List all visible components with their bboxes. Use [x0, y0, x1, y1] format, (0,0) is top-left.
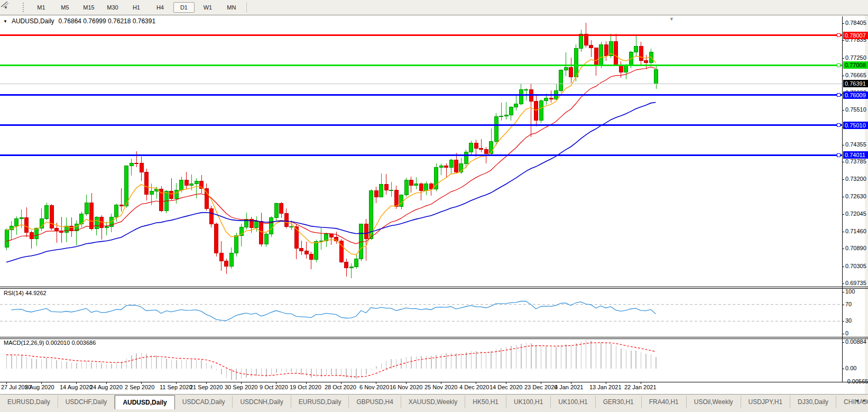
date-label: 11 Sep 2020 [160, 384, 192, 390]
panel-separator[interactable] [0, 338, 868, 339]
tab-scroll-buttons: ◄ ► [855, 398, 866, 403]
price-tick [842, 249, 844, 249]
tab-scroll-left-icon[interactable]: ◄ [855, 398, 859, 403]
chart-tab-dj30-daily[interactable]: DJ30,Daily [790, 396, 836, 408]
panel-separator[interactable] [0, 337, 868, 337]
macd-indicator-label: MACD(12,26,9) 0.002010 0.003686 [4, 340, 96, 346]
chart-tab-eurusd-daily[interactable]: EURUSD,Daily [291, 396, 349, 408]
timeframe-button-w1[interactable]: W1 [197, 2, 218, 13]
drawing-tool-button[interactable]: ▼ [2, 5, 8, 10]
macd-tick-label: -0.005651 [845, 378, 868, 384]
rsi-tick [842, 305, 844, 305]
price-tick [842, 58, 844, 59]
date-label: 14 Aug 2020 [60, 384, 93, 390]
hline-handle[interactable] [837, 123, 841, 127]
macd-tick [842, 369, 844, 369]
price-tick-label: 0.72630 [845, 193, 866, 199]
chart-tab-ger30-h1[interactable]: GER30,H1 [596, 396, 642, 408]
price-tick-label: 0.75510 [845, 106, 866, 113]
chart-expand-icon[interactable]: ▼ [3, 19, 7, 24]
price-line-badge: 0.76009 [843, 91, 868, 99]
chart-tab-eurusd-daily[interactable]: EURUSD,Daily [0, 396, 58, 408]
timeframe-button-h1[interactable]: H1 [126, 2, 147, 13]
date-label: 14 Dec 2020 [490, 384, 522, 390]
price-tick [842, 283, 844, 284]
date-label: 6 Nov 2020 [359, 384, 389, 390]
price-tick [842, 162, 844, 162]
date-label: 4 Jan 2021 [555, 384, 583, 390]
price-tick [842, 232, 844, 232]
price-tick-label: 0.78405 [845, 20, 866, 26]
chart-tab-usdchf-daily[interactable]: USDCHF,Daily [58, 396, 115, 408]
date-label: 19 Oct 2020 [290, 384, 321, 390]
price-tick [842, 76, 844, 76]
chart-tab-uk100-h1[interactable]: UK100,H1 [506, 396, 551, 408]
date-label: 9 Oct 2020 [260, 384, 288, 390]
date-label: 23 Dec 2020 [524, 384, 557, 390]
chart-tab-usoil-weekly[interactable]: USOil,Weekly [687, 396, 741, 408]
timeframe-button-m30[interactable]: M30 [102, 2, 123, 13]
date-label: 2 Sep 2020 [125, 384, 154, 390]
rsi-tick [842, 334, 844, 334]
chart-tab-fra40-h1[interactable]: FRA40,H1 [642, 396, 687, 408]
price-tick [842, 214, 844, 215]
chart-symbol-label: AUDUSD,Daily [12, 17, 54, 25]
timeframe-button-m1[interactable]: M1 [31, 2, 52, 13]
macd-tick-label: 0.00884 [845, 338, 866, 345]
price-tick [842, 40, 844, 41]
price-tick-label: 0.70305 [845, 263, 866, 269]
chart-tab-gbpusd-h4[interactable]: GBPUSD,H4 [349, 396, 401, 408]
rsi-tick [842, 292, 844, 292]
price-tick [842, 197, 844, 197]
timeframe-button-m15[interactable]: M15 [78, 2, 99, 13]
timeframe-button-group: M1M5M15M30H1H4D1W1MN [31, 2, 242, 13]
price-tick-label: 0.73200 [845, 176, 866, 182]
rsi-tick-label: 100 [845, 288, 855, 295]
chart-tab-usdcad-daily[interactable]: USDCAD,Daily [175, 396, 233, 408]
rsi-tick [842, 321, 844, 322]
toolbar-grip-handle[interactable] [23, 3, 25, 12]
chart-tab-usdjpy-h1[interactable]: USDJPY,H1 [741, 396, 790, 408]
date-label: 22 Jan 2021 [624, 384, 657, 390]
panel-separator[interactable] [0, 287, 868, 287]
timeframe-button-h4[interactable]: H4 [150, 2, 171, 13]
chart-tab-bar: EURUSD,DailyUSDCHF,DailyAUDUSD,DailyUSDC… [0, 394, 868, 412]
price-tick-label: 0.70890 [845, 245, 866, 251]
macd-tick-label: 0.00 [845, 365, 856, 371]
macd-tick [842, 342, 844, 343]
chart-tab-uk100-h1[interactable]: UK100,H1 [551, 396, 595, 408]
price-tick-label: 0.77250 [845, 54, 866, 61]
chart-tab-usdcnh-daily[interactable]: USDCNH,Daily [233, 396, 291, 408]
price-tick [842, 179, 844, 180]
current-price-badge: 0.76391 [843, 80, 868, 87]
date-label: 13 Jan 2021 [589, 384, 622, 390]
chart-title: ▼ AUDUSD,Daily 0.76864 0.76999 0.76218 0… [3, 17, 155, 25]
tab-scroll-right-icon[interactable]: ► [862, 398, 866, 403]
hline-handle[interactable] [837, 153, 841, 157]
hline-handle[interactable] [837, 93, 841, 97]
chart-tab-xauusd-weekly[interactable]: XAUUSD,Weekly [401, 396, 465, 408]
timeframe-button-d1[interactable]: D1 [173, 2, 195, 13]
chart-shift-marker-icon[interactable]: ▼ [669, 16, 674, 22]
chevron-down-icon: ▼ [4, 5, 8, 10]
timeframe-button-mn[interactable]: MN [221, 2, 242, 13]
date-label: 16 Nov 2020 [390, 384, 422, 390]
date-label: 24 Aug 2020 [90, 384, 123, 390]
chart-ohlc-values: 0.76864 0.76999 0.76218 0.76391 [59, 17, 156, 25]
chart-tab-hk50-h1[interactable]: HK50,H1 [465, 396, 506, 408]
price-tick [842, 23, 844, 24]
price-line-badge: 0.75010 [843, 122, 868, 129]
rsi-tick-label: 30 [845, 317, 852, 324]
chart-tab-audusd-daily[interactable]: AUDUSD,Daily [115, 395, 174, 409]
hline-handle[interactable] [837, 33, 841, 37]
price-line-badge: 0.78007 [843, 32, 868, 39]
price-tick [842, 110, 844, 111]
timeframe-toolbar: ▼ M1M5M15M30H1H4D1W1MN [0, 0, 868, 15]
hline-handle[interactable] [837, 63, 841, 67]
timeframe-button-m5[interactable]: M5 [54, 2, 76, 13]
panel-separator[interactable] [0, 288, 868, 289]
price-line-badge: 0.74011 [843, 151, 868, 159]
chart-canvas [0, 15, 868, 395]
chart-window[interactable]: ▼ AUDUSD,Daily 0.76864 0.76999 0.76218 0… [0, 15, 868, 395]
x-axis-line [0, 382, 868, 382]
